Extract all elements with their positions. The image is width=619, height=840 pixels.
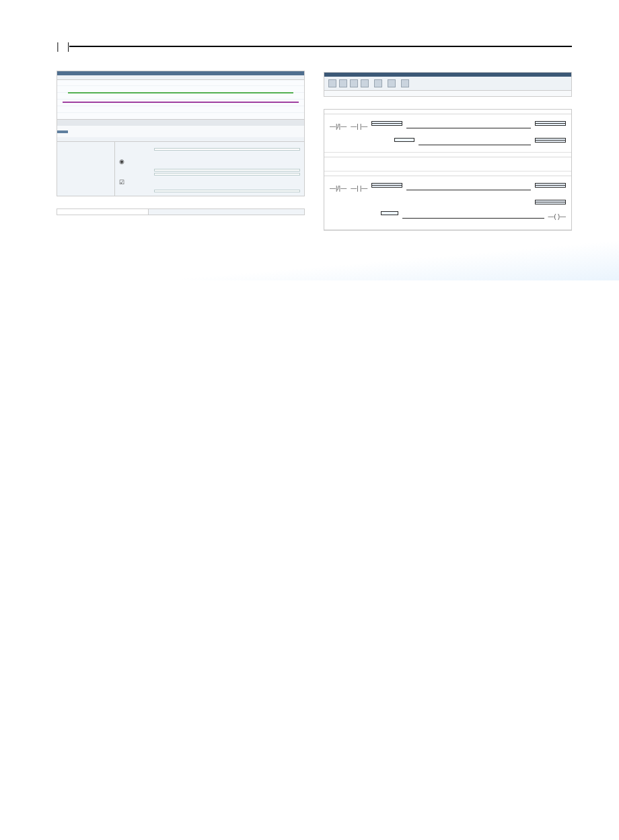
fig3-network-canvas[interactable] [57, 80, 304, 119]
fig6-box-move3 [535, 200, 566, 204]
toolbar-icon[interactable] [361, 79, 369, 87]
fig6-box-move2 [535, 183, 566, 188]
fig6-box-move1 [535, 138, 566, 143]
toolbar-icon[interactable] [339, 79, 347, 87]
page-header: | | [57, 38, 572, 56]
fig3-main-panel: ◉ ☑ [115, 142, 304, 196]
fig3-zoom[interactable] [63, 114, 299, 116]
toolbar-icon[interactable] [374, 79, 382, 87]
figure-3: ◉ ☑ [57, 71, 305, 196]
fig3-toolbar[interactable] [57, 75, 304, 80]
fig6-box-ptrig [371, 121, 402, 126]
fig3-ip-value[interactable] [154, 169, 300, 171]
fig4-properties [149, 209, 304, 215]
header-rule [69, 46, 572, 47]
fig3-scrollbar[interactable] [57, 119, 304, 126]
fig3-panel-title[interactable] [57, 130, 68, 133]
fig6-cmp-box [394, 138, 414, 142]
fig3-tabs[interactable] [57, 137, 304, 142]
right-column: —|/|— —| |— [324, 71, 572, 243]
fig6-cmp2-box [381, 211, 398, 215]
fig6-network-7: —|/|— —| |— [324, 179, 571, 230]
left-column: ◉ ☑ [57, 71, 305, 243]
toolbar-icon[interactable] [350, 79, 358, 87]
fig6-box-add [535, 121, 566, 126]
figure-6: —|/|— —| |— [324, 109, 572, 231]
figure-5 [324, 72, 572, 97]
fig4-project-tree[interactable] [57, 209, 149, 215]
fig3-router-value[interactable] [154, 190, 300, 192]
toolbar-icon[interactable] [401, 79, 409, 87]
header-bar-left: | [57, 38, 59, 56]
fig3-side-tree[interactable] [57, 142, 115, 196]
fig6-box-ptrig2 [371, 183, 402, 188]
toolbar-icon[interactable] [388, 79, 396, 87]
fig5-toolbar[interactable] [324, 77, 571, 91]
fig3-subnet-value[interactable] [154, 148, 300, 151]
figure-4 [57, 208, 305, 215]
fig3-mask-value[interactable] [154, 173, 300, 176]
fig6-seg6-title[interactable] [324, 153, 571, 157]
fig5-block-name [324, 91, 571, 96]
toolbar-icon[interactable] [328, 79, 336, 87]
fig6-network-5: —|/|— —| |— [324, 117, 571, 153]
fig6-seg5-title[interactable] [324, 110, 571, 114]
fig6-seg6-code [324, 160, 571, 171]
fig6-seg7-title[interactable] [324, 171, 571, 176]
